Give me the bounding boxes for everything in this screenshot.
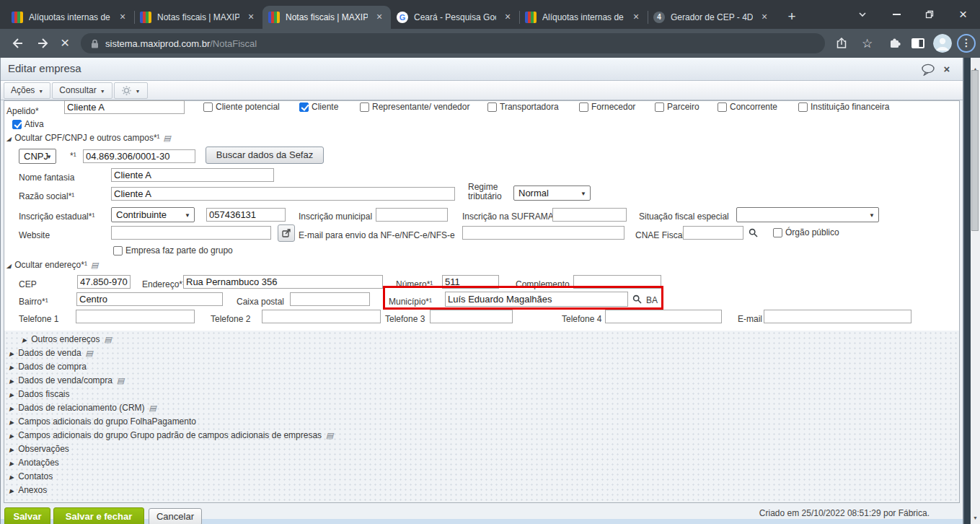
checkbox-icon[interactable] <box>718 102 727 112</box>
endereco-input[interactable] <box>183 275 383 289</box>
extensions-puzzle-icon[interactable] <box>888 37 901 53</box>
buscar-sefaz-button[interactable]: Buscar dados da Sefaz <box>206 147 324 164</box>
telefone1-input[interactable] <box>76 310 195 323</box>
form-doc-icon[interactable] <box>149 403 156 413</box>
section-outros-enderecos[interactable]: Outros endereços <box>22 334 112 344</box>
telefone2-input[interactable] <box>262 310 381 323</box>
address-bar[interactable]: sistema.maxiprod.com.br/NotaFiscal <box>81 33 825 53</box>
browser-tab-6[interactable]: Gerador de CEP - 4De <box>648 6 776 29</box>
telefone3-input[interactable] <box>430 310 513 323</box>
tab-close-icon[interactable] <box>759 12 770 23</box>
inscricao-estadual-input[interactable] <box>206 208 286 222</box>
form-doc-icon[interactable] <box>164 133 171 143</box>
section-dados-crm[interactable]: Dados de relacionamento (CRM) <box>9 403 156 413</box>
new-tab-button[interactable] <box>782 7 802 27</box>
acoes-menu-button[interactable]: Ações <box>4 82 50 99</box>
side-panel-icon[interactable] <box>911 38 925 52</box>
checkbox-icon[interactable] <box>655 102 664 112</box>
flag-fornecedor[interactable]: Fornecedor <box>579 101 635 113</box>
section-dados-fiscais[interactable]: Dados fiscais <box>9 389 70 399</box>
section-dados-de-compra[interactable]: Dados de compra <box>9 362 87 372</box>
browser-tab-2[interactable]: Notas fiscais | MAXIPR <box>134 6 262 29</box>
inscricao-estadual-select[interactable]: Contribuinte <box>111 207 195 222</box>
cnae-input[interactable] <box>683 226 743 240</box>
nome-fantasia-input[interactable] <box>111 168 274 182</box>
regime-tributario-select[interactable]: Normal <box>513 185 591 201</box>
cnpj-input[interactable] <box>83 149 195 163</box>
tab-close-icon[interactable] <box>374 12 385 23</box>
restore-button[interactable] <box>913 0 946 29</box>
checkbox-icon[interactable] <box>579 102 588 112</box>
dialog-close-icon[interactable] <box>941 63 953 74</box>
section-observacoes[interactable]: Observações <box>9 444 69 454</box>
tab-close-icon[interactable] <box>117 12 128 23</box>
municipio-input[interactable] <box>445 292 628 307</box>
section-contatos[interactable]: Contatos <box>9 471 53 481</box>
telefone4-input[interactable] <box>605 310 722 323</box>
checkbox-icon[interactable] <box>360 102 369 112</box>
consultar-menu-button[interactable]: Consultar <box>52 82 112 99</box>
form-doc-icon[interactable] <box>91 260 98 270</box>
scrollbar-thumb[interactable] <box>971 70 979 231</box>
form-doc-icon[interactable] <box>105 334 112 344</box>
url-text[interactable]: sistema.maxiprod.com.br/NotaFiscal <box>105 38 257 49</box>
tab-close-icon[interactable] <box>245 12 257 23</box>
chrome-menu-icon[interactable] <box>957 34 976 53</box>
flag-representante-vendedor[interactable]: Representante/ vendedor <box>360 101 469 113</box>
cancelar-button[interactable]: Cancelar <box>149 508 202 524</box>
minimize-button[interactable] <box>880 0 913 29</box>
nfe-email-input[interactable] <box>462 226 624 240</box>
comment-bubble-icon[interactable] <box>921 64 935 79</box>
section-cpf-cnpj[interactable]: Ocultar CPF/CNPJ e outros campos*¹ <box>6 133 171 143</box>
tab-search-chevron-icon[interactable] <box>845 0 880 29</box>
close-window-button[interactable] <box>946 0 980 29</box>
municipio-search-icon[interactable] <box>632 294 642 307</box>
share-icon[interactable] <box>835 37 848 53</box>
form-doc-icon[interactable] <box>86 348 93 358</box>
flag-parceiro[interactable]: Parceiro <box>655 101 699 113</box>
settings-menu-button[interactable] <box>114 82 148 99</box>
apelido-input[interactable] <box>64 100 185 114</box>
back-button[interactable] <box>10 36 25 53</box>
website-input[interactable] <box>111 226 271 240</box>
complemento-input[interactable] <box>573 275 661 289</box>
flag-cliente-potencial[interactable]: Cliente potencial <box>203 101 280 113</box>
checkbox-icon[interactable] <box>12 120 22 129</box>
browser-tab-4[interactable]: Ceará - Pesquisa Goo <box>391 6 519 29</box>
section-anotacoes[interactable]: Anotações <box>9 458 59 468</box>
checkbox-icon[interactable] <box>113 246 123 256</box>
section-campos-grupo-padrao[interactable]: Campos adicionais do grupo Grupo padrão … <box>9 430 333 440</box>
section-dados-venda-compra[interactable]: Dados de venda/compra <box>9 375 124 385</box>
browser-tab-5[interactable]: Alíquotas internas de <box>519 6 648 29</box>
situacao-fiscal-select[interactable] <box>736 207 879 222</box>
flag-concorrente[interactable]: Concorrente <box>718 101 777 113</box>
bookmark-star-icon[interactable] <box>862 36 873 51</box>
section-dados-de-venda[interactable]: Dados de venda <box>9 348 93 358</box>
forward-button[interactable] <box>36 36 50 53</box>
numero-input[interactable] <box>442 275 499 289</box>
email-input[interactable] <box>764 310 911 323</box>
razao-social-input[interactable] <box>111 187 455 201</box>
cep-input[interactable] <box>77 275 131 289</box>
suframa-input[interactable] <box>552 208 627 222</box>
salvar-button[interactable]: Salvar <box>4 507 50 524</box>
stop-loading-button[interactable] <box>61 35 69 51</box>
checkbox-icon[interactable] <box>487 102 497 112</box>
browser-tab-3-active[interactable]: Notas fiscais | MAXIPR <box>262 6 391 29</box>
tab-close-icon[interactable] <box>502 12 513 23</box>
tab-close-icon[interactable] <box>630 12 642 23</box>
section-campos-folhapagamento[interactable]: Campos adicionais do grupo FolhaPagament… <box>9 416 196 427</box>
empresa-grupo-checkbox[interactable]: Empresa faz parte do grupo <box>113 245 233 256</box>
form-doc-icon[interactable] <box>326 430 333 440</box>
inscricao-municipal-input[interactable] <box>376 208 448 222</box>
flag-instituicao-financeira[interactable]: Instituição financeira <box>798 101 889 113</box>
salvar-e-fechar-button[interactable]: Salvar e fechar <box>53 507 144 524</box>
flag-transportadora[interactable]: Transportadora <box>487 101 559 113</box>
ativa-checkbox[interactable]: Ativa <box>12 118 44 130</box>
vertical-scrollbar[interactable] <box>971 58 980 524</box>
scroll-down-icon[interactable] <box>971 510 980 523</box>
section-endereco[interactable]: Ocultar endereço*¹ <box>6 260 98 270</box>
checkbox-icon[interactable] <box>773 228 782 237</box>
checkbox-icon[interactable] <box>203 102 213 112</box>
checkbox-icon[interactable] <box>798 102 808 112</box>
